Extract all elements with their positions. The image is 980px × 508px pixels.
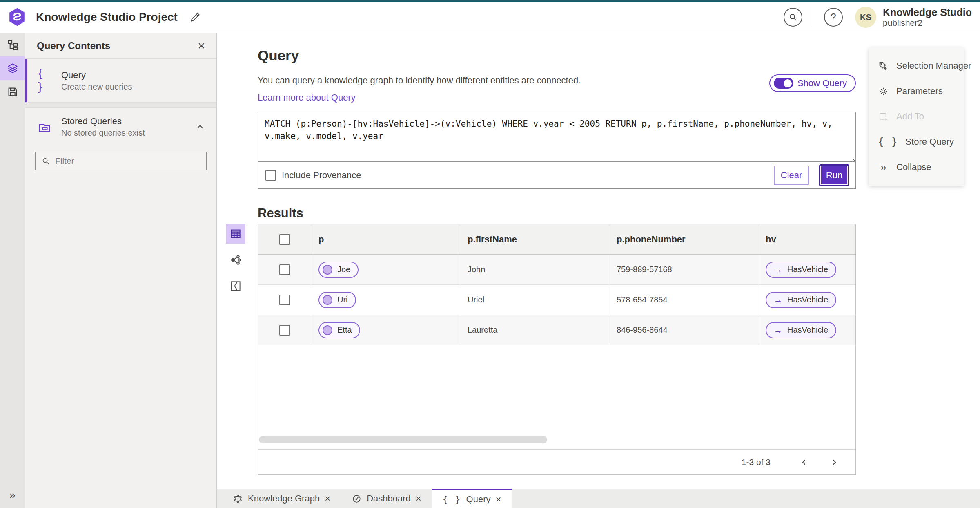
column-header-firstname[interactable]: p.firstName [460, 224, 609, 254]
hierarchy-icon [7, 38, 19, 51]
add-to-icon [878, 111, 889, 122]
data-model-rail-button[interactable] [0, 33, 25, 56]
table-header-row: p p.firstName p.phoneNumber hv [258, 224, 855, 255]
firstname-cell: Uriel [460, 285, 609, 315]
previous-page-button[interactable] [795, 453, 813, 471]
filter-input[interactable] [55, 156, 200, 166]
close-icon[interactable]: × [416, 494, 421, 504]
page-description: You can query a knowledge graph to ident… [258, 75, 581, 86]
header-divider [813, 7, 813, 28]
panel-item-text: Query Create new queries [61, 70, 132, 92]
chevron-left-icon [800, 458, 808, 467]
firstname-cell: Lauretta [460, 315, 609, 345]
entity-pill[interactable]: Joe [318, 262, 359, 278]
bottom-tab-bar: Knowledge Graph × Dashboard × { } Query … [217, 489, 980, 508]
next-page-button[interactable] [825, 453, 843, 471]
results-view-rail [226, 224, 245, 296]
close-icon[interactable]: × [325, 494, 330, 504]
map-view-button[interactable] [226, 276, 245, 296]
table-empty-area [258, 345, 855, 449]
expand-rail-button[interactable]: » [9, 489, 15, 501]
close-icon: × [198, 39, 205, 52]
tab-label: Knowledge Graph [248, 493, 320, 504]
panel-item-query[interactable]: { } Query Create new queries [25, 59, 216, 102]
entity-pill[interactable]: Etta [318, 322, 360, 338]
app-window: Knowledge Studio Project ? KS Knowledge … [0, 0, 980, 508]
include-provenance-checkbox[interactable] [265, 170, 276, 181]
save-icon [7, 86, 19, 98]
user-name: Knowledge Studio [883, 7, 972, 18]
search-button[interactable] [784, 8, 802, 27]
store-query-button[interactable]: { } Store Query [869, 129, 964, 154]
layers-rail-button[interactable] [0, 56, 25, 80]
horizontal-scrollbar[interactable] [259, 436, 547, 443]
relationship-pill[interactable]: → HasVehicle [766, 322, 836, 338]
avatar[interactable]: KS [855, 7, 876, 28]
tab-knowledge-graph[interactable]: Knowledge Graph × [222, 489, 341, 508]
relationship-label: HasVehicle [787, 325, 828, 335]
entity-pill[interactable]: Uri [318, 292, 356, 308]
learn-more-link[interactable]: Learn more about Query [258, 92, 356, 103]
column-header-phonenumber[interactable]: p.phoneNumber [609, 224, 758, 254]
tool-label: Add To [896, 111, 924, 122]
double-chevron-right-icon: » [9, 489, 15, 501]
map-icon [229, 280, 242, 292]
tab-label: Dashboard [367, 493, 411, 504]
row-checkbox[interactable] [279, 295, 290, 305]
query-page: Query You can query a knowledge graph to… [258, 33, 856, 489]
help-button[interactable]: ? [824, 8, 843, 27]
add-to-button[interactable]: Add To [869, 104, 964, 129]
relationship-pill[interactable]: → HasVehicle [766, 262, 836, 278]
row-checkbox[interactable] [279, 264, 290, 275]
close-icon[interactable]: × [495, 495, 501, 504]
entity-label: Joe [337, 265, 350, 274]
select-all-checkbox[interactable] [279, 234, 290, 245]
table-view-button[interactable] [226, 224, 245, 244]
panel-item-subtitle: No stored queries exist [61, 128, 145, 138]
arrow-right-icon: → [774, 265, 782, 275]
project-title: Knowledge Studio Project [36, 11, 178, 24]
entity-cell: Uri [311, 285, 460, 315]
search-icon [41, 156, 50, 166]
parameters-button[interactable]: Parameters [869, 78, 964, 104]
tab-label: Query [466, 494, 491, 505]
collapse-panel-button[interactable]: » Collapse [869, 154, 964, 180]
relationship-label: HasVehicle [787, 295, 828, 304]
relationship-pill[interactable]: → HasVehicle [766, 292, 836, 308]
edit-title-button[interactable] [189, 10, 203, 24]
link-chart-icon [229, 254, 242, 266]
relationship-cell: → HasVehicle [758, 315, 855, 345]
column-header-hv[interactable]: hv [758, 224, 855, 254]
tab-dashboard[interactable]: Dashboard × [341, 489, 432, 508]
editor-footer: Include Provenance Clear Run [258, 162, 855, 188]
relationship-cell: → HasVehicle [758, 285, 855, 315]
entity-label: Etta [337, 325, 352, 335]
show-query-toggle[interactable]: Show Query [769, 74, 856, 92]
selection-manager-icon [878, 60, 889, 72]
row-select-cell [258, 315, 311, 345]
arrow-right-icon: → [774, 295, 782, 305]
table-icon [229, 228, 242, 240]
clear-button[interactable]: Clear [774, 166, 809, 185]
column-header-p[interactable]: p [311, 224, 460, 254]
pagination-range: 1-3 of 3 [742, 457, 771, 467]
run-button[interactable]: Run [820, 166, 848, 185]
toggle-label: Show Query [797, 78, 847, 89]
link-chart-view-button[interactable] [226, 250, 245, 270]
panel-close-button[interactable]: × [198, 40, 205, 52]
chevron-up-icon [195, 122, 205, 132]
save-rail-button[interactable] [0, 80, 25, 104]
relationship-cell: → HasVehicle [758, 255, 855, 284]
selection-manager-button[interactable]: Selection Manager [869, 53, 964, 78]
query-editor[interactable]: MATCH (p:Person)-[hv:HasVehicle]->(v:Veh… [258, 112, 855, 162]
left-icon-rail: » [0, 33, 25, 508]
panel-item-subtitle: Create new queries [61, 82, 132, 92]
row-checkbox[interactable] [279, 325, 290, 336]
chevron-right-icon [830, 458, 839, 467]
panel-header: Query Contents × [25, 33, 216, 59]
knowledge-graph-icon [233, 494, 243, 504]
toggle-track-on [774, 78, 793, 89]
panel-item-stored-queries[interactable]: Stored Queries No stored queries exist [25, 108, 216, 146]
tab-query[interactable]: { } Query × [432, 489, 512, 508]
collapse-section-button[interactable] [195, 122, 205, 132]
